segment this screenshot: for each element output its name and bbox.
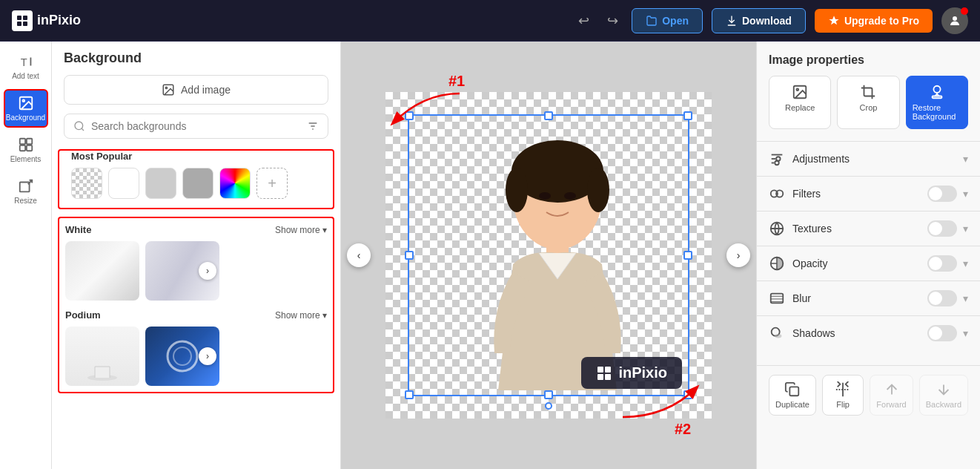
handle-bottom-center[interactable] (545, 402, 552, 410)
blur-section: Blur ▾ (757, 281, 980, 315)
svg-rect-2 (17, 22, 21, 26)
watermark: inPixio (581, 357, 682, 389)
most-popular-label: Most Popular (71, 151, 321, 162)
sidebar-item-label-elements: Elements (10, 155, 42, 163)
handle-top-mid[interactable] (544, 111, 553, 120)
restore-bg-action[interactable]: Restore Background (906, 76, 968, 129)
handle-bottom-mid[interactable] (544, 390, 553, 399)
add-image-button[interactable]: Add image (64, 75, 328, 105)
replace-action[interactable]: Replace (769, 76, 831, 129)
textures-toggle[interactable] (927, 220, 957, 237)
swatch-transparent[interactable] (71, 168, 102, 199)
user-avatar-button[interactable] (941, 7, 968, 34)
podium-thumb-1[interactable] (65, 327, 139, 386)
white-thumb-1[interactable] (65, 241, 139, 301)
forward-button: Forward (870, 375, 913, 416)
svg-point-42 (775, 161, 779, 165)
svg-rect-0 (17, 16, 21, 20)
sidebar-item-resize[interactable]: Resize (4, 172, 48, 211)
swatch-gray2[interactable] (182, 168, 213, 199)
podium-thumbs: › (65, 327, 327, 386)
svg-point-4 (953, 16, 957, 21)
handle-bottom-left[interactable] (405, 390, 414, 399)
white-thumb-nav[interactable]: › (199, 262, 216, 280)
filters-toggle[interactable] (927, 186, 957, 202)
svg-rect-30 (597, 367, 603, 373)
forward-label: Forward (876, 400, 906, 409)
svg-rect-12 (26, 145, 31, 151)
restore-bg-label: Restore Background (913, 103, 961, 121)
crop-label: Crop (860, 103, 878, 112)
svg-point-26 (587, 168, 609, 212)
handle-top-right[interactable] (683, 111, 692, 120)
color-swatches: + (71, 168, 321, 199)
svg-point-22 (173, 347, 191, 365)
shadows-toggle[interactable] (927, 325, 957, 341)
flip-label: Flip (836, 400, 850, 409)
bg-categories: White Show more ▾ › Podium Show more ▾ (58, 217, 334, 393)
search-bar (64, 114, 328, 139)
handle-top-left[interactable] (405, 111, 414, 120)
sidebar-item-add-text[interactable]: T Add text (4, 47, 48, 86)
search-input[interactable] (91, 120, 301, 132)
open-button[interactable]: Open (632, 8, 703, 33)
textures-row[interactable]: Textures ▾ (757, 211, 980, 246)
add-swatch-button[interactable]: + (256, 168, 288, 199)
shadows-label: Shadows (792, 327, 927, 339)
white-category-name: White (65, 224, 91, 235)
svg-rect-11 (19, 145, 24, 151)
upgrade-button[interactable]: Upgrade to Pro (815, 9, 933, 33)
search-icon (73, 120, 85, 132)
filter-icon[interactable] (307, 120, 319, 132)
download-button[interactable]: Download (712, 8, 806, 33)
swatch-white[interactable] (108, 168, 139, 199)
undo-button[interactable]: ↩ (574, 8, 594, 33)
svg-rect-3 (23, 22, 27, 26)
filters-row[interactable]: Filters ▾ (757, 177, 980, 211)
person-image (409, 116, 691, 398)
white-show-more[interactable]: Show more ▾ (275, 225, 327, 235)
podium-show-more[interactable]: Show more ▾ (275, 310, 327, 321)
white-thumb-2[interactable]: › (145, 241, 219, 301)
blur-toggle[interactable] (927, 290, 957, 306)
logo-text: inPixio (37, 13, 81, 28)
topbar: inPixio ↩ ↪ Open Download Upgrade to Pro (0, 0, 980, 42)
replace-label: Replace (785, 103, 815, 112)
shadows-section: Shadows ▾ (757, 315, 980, 350)
blur-chevron: ▾ (963, 292, 968, 304)
podium-thumb-2[interactable]: › (145, 327, 219, 386)
handle-mid-right[interactable] (683, 251, 692, 260)
svg-point-16 (75, 122, 83, 130)
handle-mid-left[interactable] (405, 251, 414, 260)
handle-bottom-right[interactable] (683, 390, 692, 399)
adjustments-row[interactable]: Adjustments ▾ (757, 142, 980, 176)
flip-button[interactable]: Flip (822, 375, 864, 416)
svg-point-52 (775, 334, 781, 338)
podium-thumb-nav[interactable]: › (199, 347, 216, 365)
duplicate-button[interactable]: Duplicate (769, 375, 816, 416)
logo-icon (12, 10, 33, 31)
svg-point-27 (539, 192, 551, 200)
swatch-gray1[interactable] (145, 168, 176, 199)
sidebar-item-background[interactable]: Background (4, 89, 48, 128)
redo-button[interactable]: ↪ (603, 8, 623, 33)
opacity-toggle[interactable] (927, 255, 957, 272)
filters-label: Filters (792, 188, 927, 200)
swatch-rainbow[interactable] (219, 168, 251, 199)
crop-action[interactable]: Crop (837, 76, 899, 129)
svg-point-28 (564, 192, 576, 200)
blur-row[interactable]: Blur ▾ (757, 281, 980, 315)
canvas-nav-left[interactable]: ‹ (347, 243, 371, 267)
sidebar-item-label-add-text: Add text (12, 72, 39, 80)
opacity-row[interactable]: Opacity ▾ (757, 246, 980, 281)
svg-point-36 (933, 86, 940, 93)
canvas-nav-right[interactable]: › (726, 243, 750, 267)
icon-sidebar: T Add text Background Elements Resize (0, 42, 52, 469)
right-panel: Image properties Replace Crop Restore Ba… (756, 42, 980, 469)
opacity-section: Opacity ▾ (757, 246, 980, 281)
image-container[interactable] (408, 114, 689, 396)
sidebar-item-elements[interactable]: Elements (4, 131, 48, 169)
shadows-row[interactable]: Shadows ▾ (757, 316, 980, 350)
svg-rect-33 (605, 374, 611, 380)
opacity-label: Opacity (792, 258, 927, 269)
